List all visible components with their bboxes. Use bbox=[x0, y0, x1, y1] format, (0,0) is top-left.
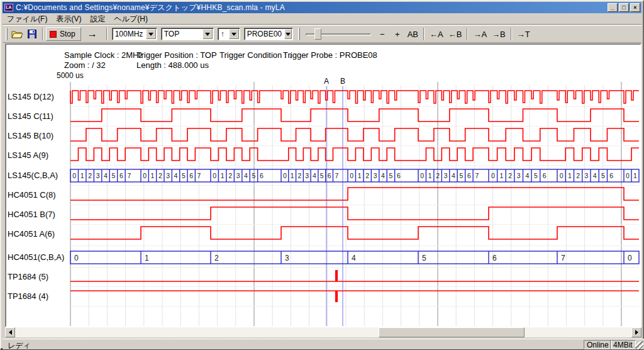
zoom-in-button[interactable]: + bbox=[390, 27, 405, 41]
svg-text:4: 4 bbox=[104, 172, 108, 179]
svg-text:5: 5 bbox=[252, 172, 256, 179]
menu-bar: ファイル(F) 表示(V) 設定 ヘルプ(H) bbox=[3, 14, 641, 25]
svg-text:6: 6 bbox=[397, 172, 401, 179]
single-run-button[interactable]: → bbox=[85, 27, 100, 41]
toolbar-separator bbox=[106, 28, 108, 40]
svg-text:5: 5 bbox=[601, 172, 605, 179]
svg-text:5: 5 bbox=[534, 172, 538, 179]
svg-text:0: 0 bbox=[283, 172, 287, 179]
svg-text:6: 6 bbox=[609, 172, 613, 179]
toolbar-separator bbox=[42, 28, 43, 40]
svg-text:4: 4 bbox=[313, 172, 316, 179]
close-button[interactable]: × bbox=[630, 3, 640, 12]
menu-settings[interactable]: 設定 bbox=[86, 13, 109, 25]
horizontal-scrollbar[interactable] bbox=[5, 327, 641, 337]
svg-text:5: 5 bbox=[182, 172, 186, 179]
dropdown-arrow-icon[interactable] bbox=[229, 29, 239, 39]
svg-text:2: 2 bbox=[365, 172, 369, 179]
svg-text:0: 0 bbox=[491, 172, 495, 179]
goto-b-left-button[interactable]: ←B bbox=[446, 27, 465, 41]
ab-button[interactable]: AB bbox=[405, 27, 421, 41]
svg-text:2: 2 bbox=[158, 172, 162, 179]
trigger-edge-combo[interactable]: ↑ bbox=[218, 28, 240, 40]
scroll-right-arrow-icon[interactable] bbox=[631, 327, 641, 337]
toolbar: Stop → 100MHz TOP ↑ PROBE00 − + AB ←A ←B bbox=[3, 25, 641, 43]
svg-text:6: 6 bbox=[492, 254, 497, 262]
svg-text:4: 4 bbox=[352, 254, 356, 262]
svg-text:6: 6 bbox=[467, 172, 471, 179]
svg-text:2: 2 bbox=[88, 172, 92, 179]
stop-icon bbox=[50, 31, 57, 38]
svg-text:0: 0 bbox=[350, 172, 353, 179]
svg-text:3: 3 bbox=[374, 172, 377, 179]
svg-text:4: 4 bbox=[525, 172, 529, 179]
svg-text:6: 6 bbox=[189, 172, 193, 179]
toolbar-separator bbox=[467, 28, 468, 40]
menu-help[interactable]: ヘルプ(H) bbox=[109, 13, 152, 25]
menu-file[interactable]: ファイル(F) bbox=[3, 13, 52, 25]
svg-text:0: 0 bbox=[213, 172, 216, 179]
stop-button[interactable]: Stop bbox=[46, 27, 81, 41]
dropdown-arrow-icon[interactable] bbox=[146, 29, 156, 39]
sample-clock-value: 100MHz bbox=[113, 30, 146, 38]
trigger-probe-value: PROBE00 bbox=[245, 30, 284, 38]
minimize-button[interactable]: _ bbox=[608, 3, 618, 12]
dropdown-arrow-icon[interactable] bbox=[284, 29, 292, 39]
svg-text:1: 1 bbox=[151, 172, 155, 179]
online-status-badge: Online bbox=[584, 340, 612, 349]
zoom-slider-thumb[interactable] bbox=[314, 28, 321, 40]
waveform-plot[interactable]: AB01234567012345670123456012345670123456… bbox=[6, 45, 640, 326]
zoom-out-button[interactable]: − bbox=[375, 27, 390, 41]
svg-text:2: 2 bbox=[214, 254, 219, 262]
svg-text:B: B bbox=[340, 77, 345, 86]
svg-text:1: 1 bbox=[221, 172, 225, 179]
sample-clock-combo[interactable]: 100MHz bbox=[112, 28, 157, 40]
trigger-position-value: TOP bbox=[162, 30, 203, 38]
scroll-left-arrow-icon[interactable] bbox=[5, 327, 15, 337]
svg-text:5: 5 bbox=[460, 172, 464, 179]
goto-trigger-button[interactable]: →T bbox=[514, 27, 533, 41]
status-ready-text: レディ bbox=[8, 341, 31, 350]
dropdown-arrow-icon[interactable] bbox=[203, 29, 213, 39]
goto-a-right-button[interactable]: →A bbox=[470, 27, 489, 41]
svg-text:4: 4 bbox=[593, 172, 597, 179]
open-button[interactable] bbox=[9, 27, 25, 41]
svg-text:0: 0 bbox=[560, 172, 564, 179]
waveform-client-area: Sample Clock : 2MHz Trigger Position : T… bbox=[5, 43, 641, 327]
trigger-position-combo[interactable]: TOP bbox=[161, 28, 214, 40]
svg-text:3: 3 bbox=[584, 172, 588, 179]
svg-text:6: 6 bbox=[328, 172, 331, 179]
window-title: C:¥Documents and Settings¥noname¥デスクトップ¥… bbox=[16, 3, 606, 13]
trigger-edge-value: ↑ bbox=[218, 30, 229, 38]
zoom-slider[interactable] bbox=[306, 28, 371, 40]
floppy-icon bbox=[28, 30, 36, 38]
svg-text:1: 1 bbox=[145, 254, 149, 262]
svg-text:2: 2 bbox=[298, 172, 302, 179]
resize-grip[interactable] bbox=[635, 341, 643, 349]
goto-a-left-button[interactable]: ←A bbox=[427, 27, 446, 41]
scrollbar-thumb[interactable] bbox=[379, 327, 525, 337]
open-folder-icon bbox=[11, 30, 23, 38]
save-button[interactable] bbox=[25, 27, 40, 41]
title-bar[interactable]: LA C:¥Documents and Settings¥noname¥デスクト… bbox=[3, 2, 641, 13]
svg-text:0: 0 bbox=[74, 254, 79, 262]
status-bar: レディ Online 4MBit bbox=[3, 339, 644, 349]
svg-text:2: 2 bbox=[508, 172, 512, 179]
svg-text:5: 5 bbox=[422, 254, 426, 262]
svg-text:3: 3 bbox=[236, 172, 240, 179]
svg-text:7: 7 bbox=[197, 172, 201, 179]
svg-text:1: 1 bbox=[358, 172, 362, 179]
app-icon: LA bbox=[4, 4, 13, 11]
svg-text:5: 5 bbox=[112, 172, 116, 179]
svg-text:1: 1 bbox=[568, 172, 572, 179]
svg-text:1: 1 bbox=[633, 172, 637, 179]
svg-text:1: 1 bbox=[428, 172, 432, 179]
menu-view[interactable]: 表示(V) bbox=[52, 13, 86, 25]
app-window: LA C:¥Documents and Settings¥noname¥デスクト… bbox=[0, 0, 644, 350]
svg-text:6: 6 bbox=[119, 172, 123, 179]
goto-b-right-button[interactable]: →B bbox=[489, 27, 508, 41]
trigger-probe-combo[interactable]: PROBE00 bbox=[244, 28, 293, 40]
maximize-button[interactable]: □ bbox=[619, 3, 629, 12]
svg-text:0: 0 bbox=[628, 254, 632, 262]
stop-label: Stop bbox=[60, 30, 75, 38]
